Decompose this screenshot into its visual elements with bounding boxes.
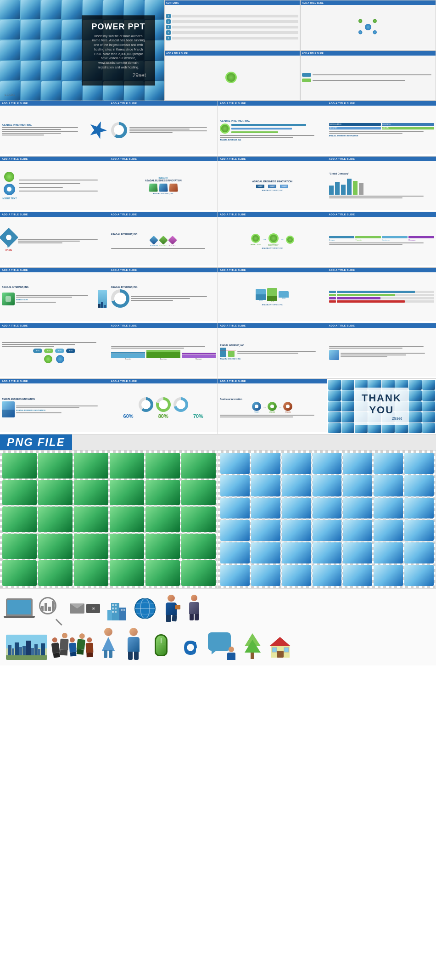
person-3d-male-item xyxy=(123,628,144,660)
slide-card-4-3: ADD A TITLE SLIDE 2008 2010 xyxy=(218,268,327,323)
slide-header-2-2: ADD A TITLE SLIDE xyxy=(109,157,218,161)
contents-table: 1 2 3 4 5 xyxy=(166,13,298,41)
bus-innov-sm: ASADAL BUSINESS INNOVATION xyxy=(16,409,107,411)
slide-card-3-2: ADD A TITLE SLIDE ASADAL INTERNET, INC. … xyxy=(109,212,218,267)
slide-row-6: ADD A TITLE SLIDE ASADAL BUSINESS INNOVA… xyxy=(0,379,436,434)
add-title-slide-1: ADD A TITLE SLIDE xyxy=(300,0,436,51)
asadal-5: ASADAL INTERNET, INC. xyxy=(2,286,107,288)
pct60: 60% xyxy=(123,413,134,419)
laptop-icon xyxy=(6,598,34,619)
slide-header-4-3: ADD A TITLE SLIDE xyxy=(218,268,327,272)
slide-body-2-3: ASADAL BUSINESS INNOVATION SMART SMART S… xyxy=(218,161,327,210)
person-walking-item xyxy=(162,595,180,622)
insert-t2: INSERT TEXT xyxy=(268,244,279,246)
asadal-innov: ASADAL INTERNET, INC. xyxy=(111,233,216,236)
svg-rect-3 xyxy=(112,604,114,606)
email-tv-item: ✉ xyxy=(70,597,102,620)
slide-card-2-2: ADD A TITLE SLIDE INSIGHT ASADAL BUSINES… xyxy=(109,157,218,212)
slide-card-2-4: ADD A TITLE SLIDE "Global Company" xyxy=(327,157,436,212)
slide-header-1-3: ADD A TITLE SLIDE xyxy=(218,101,327,106)
slide-card-4-4: ADD A TITLE SLIDE xyxy=(327,268,436,323)
contents-header: CONTENTS xyxy=(165,0,300,5)
globe-item xyxy=(134,597,157,620)
slide-card-4-2: ADD A TITLE SLIDE ASADAL INTERNET, INC. xyxy=(109,268,218,323)
svg-rect-6 xyxy=(115,608,117,609)
contents-body: 1 2 3 4 5 xyxy=(165,5,300,50)
slide-card-1-4: ADD A TITLE SLIDE SURVEILLANCE BUSINESS … xyxy=(327,101,436,156)
svg-rect-7 xyxy=(112,611,114,613)
label-surveil: SURVEILLANCE xyxy=(329,123,381,126)
slide-body-4-1: ASADAL INTERNET, INC. INSERT TEXT xyxy=(0,272,109,321)
cover-subtitle: Insert my subtitle or main author's name… xyxy=(91,34,146,70)
chat-person-icon xyxy=(208,632,238,660)
slide-header-4-4: ADD A TITLE SLIDE xyxy=(327,268,436,272)
bus-innov-4: Business Innovation xyxy=(220,398,325,400)
slide-header-6-3: ADD A TITLE SLIDE xyxy=(218,379,327,383)
slide-body-1-1: ASADAL INTERNET, INC. xyxy=(0,106,109,154)
laptop-icon-item xyxy=(6,598,34,619)
svg-rect-8 xyxy=(115,611,117,613)
tree-item xyxy=(242,632,263,660)
slide-header-5-1: ADD A TITLE SLIDE xyxy=(0,323,109,328)
slide-row-4: ADD A TITLE SLIDE ASADAL INTERNET, INC. … xyxy=(0,268,436,323)
asadal-9: ASADAL INTERNET, INC xyxy=(220,358,325,360)
slide-row-3: ADD A TITLE SLIDE UP DOWN ADD A TITLE SL… xyxy=(0,212,436,268)
add-title-header-1: ADD A TITLE SLIDE xyxy=(301,0,436,5)
slide-header-2-4: ADD A TITLE SLIDE xyxy=(327,157,436,161)
add-title-body-3 xyxy=(301,56,436,100)
city-skyline-icon xyxy=(6,635,47,660)
slide-card-6-2: ADD A TITLE SLIDE 60% 80% xyxy=(109,379,218,434)
top-row: POWER PPT Insert my subtitle or main aut… xyxy=(0,0,436,101)
house-icon xyxy=(268,635,293,660)
creator-l xyxy=(329,236,355,238)
svg-rect-20 xyxy=(277,651,284,658)
person-standing-item xyxy=(186,595,202,622)
pct80: 80% xyxy=(158,413,168,419)
slide-body-2-1: INSERT TEXT xyxy=(0,161,109,210)
thank-you-set: 29set xyxy=(361,416,402,421)
slide-header-1-1: ADD A TITLE SLIDE xyxy=(0,101,109,106)
slide-row-5: ADD A TITLE SLIDE BTN BTN BTN BTN ⟩ xyxy=(0,323,436,379)
slide-card-1-1: ADD A TITLE SLIDE ASADAL INTERNET, INC. xyxy=(0,101,109,156)
slide-body-3-4: Creator Traveler Business Manager xyxy=(327,217,436,265)
b1: BTN xyxy=(33,349,42,353)
svg-rect-4 xyxy=(115,604,117,606)
global-company: "Global Company" xyxy=(329,172,435,175)
thank-you-title: THANK YOU xyxy=(361,392,402,416)
building-city-icon xyxy=(107,596,128,621)
slide-body-5-1: BTN BTN BTN BTN ⟩ xyxy=(0,328,109,377)
slide-card-1-3: ADD A TITLE SLIDE ASADAL INTERNET, INC. … xyxy=(218,101,327,156)
person-standing-icon xyxy=(186,595,202,622)
asadal-title-2: ASADAL INTERNET, INC. xyxy=(220,119,325,122)
svg-rect-5 xyxy=(112,608,114,609)
manager-l: Manager xyxy=(182,358,216,360)
proc2: PROC2 xyxy=(269,411,275,413)
slide-body-5-2: Traveler Business Manager xyxy=(109,328,218,377)
slide-header-5-2: ADD A TITLE SLIDE xyxy=(109,323,218,328)
add-text-d2: ADD TEXT xyxy=(169,245,177,247)
building-city-item xyxy=(107,596,128,621)
smart3: SMART xyxy=(280,185,288,188)
person-walking-icon xyxy=(162,595,180,622)
label-annual: ANNUAL xyxy=(382,127,434,130)
svg-marker-18 xyxy=(269,637,291,646)
green-cube-area xyxy=(0,451,218,588)
down-label: DOWN xyxy=(6,249,12,252)
manager: Manager xyxy=(408,239,434,241)
slide-card-4-1: ADD A TITLE SLIDE ASADAL INTERNET, INC. … xyxy=(0,268,109,323)
year-2: 2010 xyxy=(270,301,274,303)
slide-body-6-2: 60% 80% 70% xyxy=(109,383,218,432)
slide-header-4-2: ADD A TITLE SLIDE xyxy=(109,268,218,272)
slide-header-2-3: ADD A TITLE SLIDE xyxy=(218,157,327,161)
b3: BTN xyxy=(55,349,64,353)
slide-card-3-1: ADD A TITLE SLIDE UP DOWN xyxy=(0,212,109,267)
slide-body-6-3: Business Innovation PROC1 → PROC2 xyxy=(218,383,327,432)
bus-innov-3: ASADAL BUSINESS INNOVATION xyxy=(2,398,107,400)
people-jumping-icon xyxy=(52,630,93,660)
slide-header-3-1: ADD A TITLE SLIDE xyxy=(0,212,109,217)
house-item xyxy=(268,635,293,660)
png-badge: PNG FILE xyxy=(0,434,72,450)
business-l2: Business xyxy=(146,358,180,360)
icons-row-1: ✉ xyxy=(4,595,432,622)
insert-t1: INSERT TEXT xyxy=(251,244,261,246)
